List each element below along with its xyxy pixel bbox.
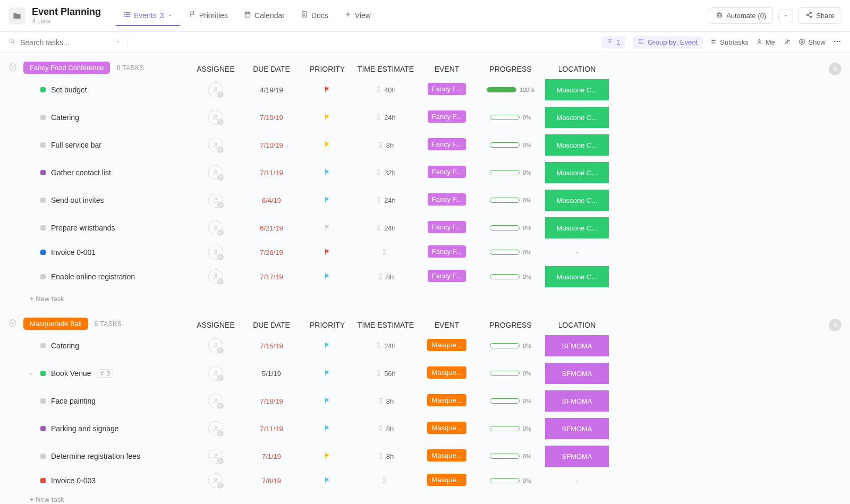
due-date-cell[interactable]: 6/4/19: [242, 196, 301, 204]
time-estimate-cell[interactable]: 8h: [354, 424, 418, 433]
time-estimate-cell[interactable]: 8h: [354, 397, 418, 405]
event-cell[interactable]: Fancy F...: [418, 138, 476, 152]
due-date-cell[interactable]: 7/17/19: [242, 272, 301, 281]
task-row[interactable]: Enable online registration + 7/17/19 8h …: [8, 263, 842, 291]
assignee-add[interactable]: +: [208, 245, 223, 260]
add-column-button[interactable]: +: [829, 319, 842, 331]
task-name[interactable]: Determine registration fees: [51, 452, 140, 460]
priority-cell[interactable]: [301, 141, 354, 150]
location-cell[interactable]: Moscone C...: [545, 162, 609, 183]
column-header[interactable]: ASSIGNEE: [189, 65, 242, 73]
collapse-toggle[interactable]: [8, 63, 17, 73]
subtask-count-badge[interactable]: 3: [97, 369, 113, 378]
task-row[interactable]: ▸ Book Venue 3 + 5/1/19 56h Masque... 0%…: [8, 360, 842, 387]
time-estimate-cell[interactable]: 56h: [354, 369, 418, 378]
column-header[interactable]: PROGRESS: [476, 65, 545, 73]
location-cell[interactable]: SFMOMA: [545, 446, 609, 467]
progress-cell[interactable]: 0%: [476, 114, 545, 121]
task-row[interactable]: Determine registration fees + 7/1/19 8h …: [8, 442, 842, 470]
assignee-add[interactable]: +: [208, 394, 223, 408]
automate-dropdown[interactable]: [778, 10, 793, 22]
time-estimate-cell[interactable]: [354, 476, 418, 485]
progress-cell[interactable]: 0%: [476, 169, 545, 176]
status-indicator[interactable]: [40, 454, 46, 459]
time-estimate-cell[interactable]: 40h: [354, 86, 418, 94]
progress-cell[interactable]: 0%: [476, 477, 545, 484]
event-cell[interactable]: Fancy F...: [418, 110, 476, 124]
event-cell[interactable]: Masque...: [418, 366, 476, 380]
event-cell[interactable]: Masque...: [418, 422, 476, 435]
task-name[interactable]: Full service bar: [51, 141, 101, 149]
event-cell[interactable]: Fancy F...: [418, 193, 476, 207]
progress-cell[interactable]: 100%: [476, 87, 545, 93]
expand-caret[interactable]: ▸: [30, 371, 35, 377]
due-date-cell[interactable]: 7/8/19: [242, 476, 301, 485]
task-name[interactable]: Invoice 0-003: [51, 476, 96, 485]
task-row[interactable]: Catering + 7/10/19 24h Fancy F... 0% Mos…: [8, 104, 842, 131]
time-estimate-cell[interactable]: 24h: [354, 224, 418, 232]
event-cell[interactable]: Masque...: [418, 394, 476, 408]
assignee-add[interactable]: +: [208, 110, 223, 125]
priority-cell[interactable]: [301, 369, 354, 378]
location-cell[interactable]: Moscone C...: [545, 79, 609, 100]
status-indicator[interactable]: [40, 398, 46, 404]
due-date-cell[interactable]: 7/10/19: [242, 113, 301, 122]
priority-cell[interactable]: [301, 452, 354, 461]
time-estimate-cell[interactable]: [354, 248, 418, 257]
column-header[interactable]: TIME ESTIMATE: [354, 321, 418, 329]
search-input[interactable]: [20, 38, 105, 47]
task-row[interactable]: Send out invites + 6/4/19 24h Fancy F...…: [8, 186, 842, 214]
view-tab-view[interactable]: View: [337, 5, 378, 26]
event-cell[interactable]: Masque...: [418, 449, 476, 463]
column-header[interactable]: LOCATION: [545, 65, 609, 73]
status-indicator[interactable]: [40, 87, 46, 92]
view-tab-events[interactable]: Events3: [116, 5, 180, 26]
location-cell[interactable]: SFMOMA: [545, 418, 609, 439]
location-cell[interactable]: Moscone C...: [545, 107, 609, 128]
task-row[interactable]: Set budget + 4/19/19 40h Fancy F... 100%…: [8, 76, 842, 104]
location-cell[interactable]: Moscone C...: [545, 134, 609, 156]
column-header[interactable]: PROGRESS: [476, 321, 545, 329]
time-estimate-cell[interactable]: 24h: [354, 341, 418, 350]
priority-cell[interactable]: [301, 476, 354, 485]
priority-cell[interactable]: [301, 86, 354, 95]
status-indicator[interactable]: [40, 198, 46, 203]
progress-cell[interactable]: 0%: [476, 274, 545, 280]
task-row[interactable]: Invoice 0-001 + 7/26/19 Fancy F... 0% -: [8, 242, 842, 263]
column-header[interactable]: ASSIGNEE: [189, 321, 242, 329]
assignee-add[interactable]: +: [208, 82, 223, 97]
priority-cell[interactable]: [301, 224, 354, 233]
location-cell[interactable]: Moscone C...: [545, 217, 609, 238]
assignee-add[interactable]: +: [208, 449, 223, 464]
task-row[interactable]: Invoice 0-003 + 7/8/19 Masque... 0% -: [8, 470, 842, 491]
assignee-add[interactable]: +: [208, 138, 223, 152]
status-indicator[interactable]: [40, 115, 46, 120]
assignee-add[interactable]: +: [208, 366, 223, 381]
group-name-badge[interactable]: Masquerade Ball: [23, 318, 88, 330]
task-row[interactable]: Parking and signage + 7/11/19 8h Masque.…: [8, 415, 842, 442]
column-header[interactable]: PRIORITY: [301, 321, 354, 329]
status-indicator[interactable]: [40, 343, 46, 348]
status-indicator[interactable]: [40, 478, 46, 483]
progress-cell[interactable]: 0%: [476, 249, 545, 255]
share-button[interactable]: Share: [798, 7, 842, 24]
assignee-add[interactable]: +: [208, 165, 223, 180]
assignee-add[interactable]: +: [208, 338, 223, 353]
task-name[interactable]: Set budget: [51, 86, 87, 94]
due-date-cell[interactable]: 7/11/19: [242, 424, 301, 433]
search-dropdown[interactable]: [115, 38, 121, 47]
progress-cell[interactable]: 0%: [476, 425, 545, 432]
event-cell[interactable]: Masque...: [418, 339, 476, 353]
priority-cell[interactable]: [301, 196, 354, 205]
column-header[interactable]: DUE DATE: [242, 321, 301, 329]
status-indicator[interactable]: [40, 371, 46, 376]
due-date-cell[interactable]: 4/19/19: [242, 86, 301, 94]
group-name-badge[interactable]: Fancy Food Conference: [23, 62, 110, 74]
priority-cell[interactable]: [301, 424, 354, 433]
priority-cell[interactable]: [301, 168, 354, 177]
assignee-add[interactable]: +: [208, 193, 223, 208]
column-header[interactable]: TIME ESTIMATE: [354, 65, 418, 73]
due-date-cell[interactable]: 6/21/19: [242, 224, 301, 232]
folder-icon[interactable]: [8, 7, 26, 24]
filter-pill[interactable]: 1: [601, 36, 625, 48]
